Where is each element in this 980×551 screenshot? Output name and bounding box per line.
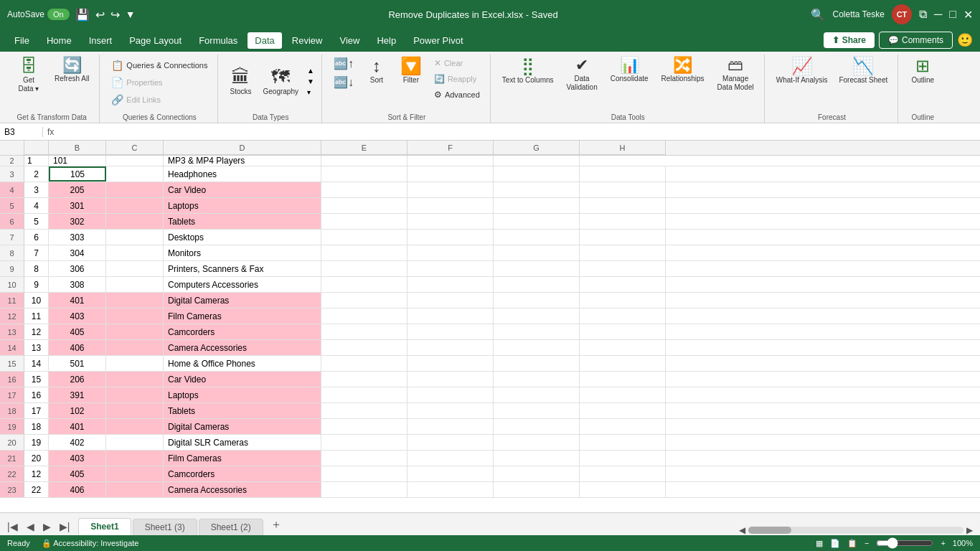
sheet-tab-2[interactable]: Sheet1 (3): [133, 519, 197, 535]
menu-home[interactable]: Home: [39, 32, 79, 49]
cell-col-a[interactable]: 11: [24, 309, 49, 324]
view-layout-icon[interactable]: 📄: [830, 539, 840, 548]
cell-col-b[interactable]: 406: [49, 482, 106, 497]
cell-col-e[interactable]: [321, 277, 407, 292]
cell-col-h[interactable]: [580, 340, 666, 355]
add-sheet-button[interactable]: ＋: [265, 514, 288, 535]
cell-col-f[interactable]: [407, 435, 494, 450]
cell-col-h[interactable]: [580, 230, 666, 245]
col-header-c[interactable]: C: [106, 141, 164, 155]
cell-col-e[interactable]: [321, 340, 407, 355]
menu-formulas[interactable]: Formulas: [192, 32, 245, 49]
cell-col-h[interactable]: [580, 166, 666, 182]
scroll-right-button[interactable]: ▶: [966, 525, 973, 535]
cell-col-c[interactable]: [106, 419, 164, 434]
cell-col-g[interactable]: [494, 387, 580, 402]
cell-col-c[interactable]: [106, 230, 164, 245]
cell-col-g[interactable]: [494, 372, 580, 387]
cell-col-e[interactable]: [321, 166, 407, 182]
cell-col-f[interactable]: [407, 403, 494, 418]
cell-col-c[interactable]: [106, 403, 164, 418]
col-header-h[interactable]: H: [580, 141, 666, 155]
cell-col-a[interactable]: 17: [24, 403, 49, 418]
cell-col-c[interactable]: [106, 198, 164, 213]
cell-col-f[interactable]: [407, 182, 494, 197]
cell-col-e[interactable]: [321, 293, 407, 308]
cell-col-d[interactable]: Digital Cameras: [164, 293, 321, 308]
restore-icon[interactable]: ⧉: [919, 8, 927, 21]
save-icon[interactable]: 💾: [75, 8, 90, 22]
cell-col-e[interactable]: [321, 261, 407, 276]
cell-col-g[interactable]: [494, 166, 580, 182]
cell-col-c[interactable]: [106, 435, 164, 450]
cell-col-f[interactable]: [407, 340, 494, 355]
cell-col-g[interactable]: [494, 435, 580, 450]
get-data-button[interactable]: 🗄 GetData ▾: [10, 55, 47, 96]
cell-2-d[interactable]: MP3 & MP4 Players: [164, 156, 321, 166]
sheet-nav-first[interactable]: |◀: [4, 518, 21, 535]
cell-col-f[interactable]: [407, 245, 494, 260]
col-header-b[interactable]: B: [49, 141, 106, 155]
cell-col-g[interactable]: [494, 182, 580, 197]
cell-col-d[interactable]: Camcorders: [164, 466, 321, 481]
search-icon[interactable]: 🔍: [811, 8, 825, 22]
cell-col-g[interactable]: [494, 198, 580, 213]
cell-col-d[interactable]: Car Video: [164, 182, 321, 197]
cell-col-g[interactable]: [494, 309, 580, 324]
menu-data[interactable]: Data: [248, 32, 281, 49]
cell-col-h[interactable]: [580, 482, 666, 497]
cell-col-g[interactable]: [494, 230, 580, 245]
cell-col-f[interactable]: [407, 451, 494, 466]
cell-col-a[interactable]: 7: [24, 245, 49, 260]
cell-col-d[interactable]: Home & Office Phones: [164, 356, 321, 371]
cell-col-e[interactable]: [321, 198, 407, 213]
cell-col-g[interactable]: [494, 340, 580, 355]
cell-col-b[interactable]: 401: [49, 419, 106, 434]
col-header-d[interactable]: D: [164, 141, 321, 155]
cell-col-d[interactable]: Computers Accessories: [164, 277, 321, 292]
cell-col-b[interactable]: 304: [49, 245, 106, 260]
cell-col-e[interactable]: [321, 482, 407, 497]
zoom-slider[interactable]: [876, 537, 933, 549]
close-icon[interactable]: ✕: [963, 8, 973, 22]
cell-col-f[interactable]: [407, 214, 494, 229]
cell-col-c[interactable]: [106, 245, 164, 260]
cell-col-b[interactable]: 406: [49, 340, 106, 355]
cell-col-g[interactable]: [494, 293, 580, 308]
cell-col-f[interactable]: [407, 230, 494, 245]
cell-col-g[interactable]: [494, 261, 580, 276]
cell-col-e[interactable]: [321, 309, 407, 324]
undo-icon[interactable]: ↩: [95, 8, 105, 22]
view-preview-icon[interactable]: 📋: [847, 539, 857, 548]
cell-col-f[interactable]: [407, 277, 494, 292]
menu-power-pivot[interactable]: Power Pivot: [406, 32, 470, 49]
cell-col-b[interactable]: 405: [49, 324, 106, 339]
cell-col-b[interactable]: 102: [49, 403, 106, 418]
cell-col-e[interactable]: [321, 387, 407, 402]
cell-col-f[interactable]: [407, 466, 494, 481]
cell-col-d[interactable]: Camcorders: [164, 324, 321, 339]
cell-col-b[interactable]: 105: [49, 166, 106, 182]
cell-col-g[interactable]: [494, 466, 580, 481]
cell-col-b[interactable]: 391: [49, 387, 106, 402]
cell-col-h[interactable]: [580, 182, 666, 197]
cell-col-b[interactable]: 306: [49, 261, 106, 276]
sort-button[interactable]: ↕ Sort: [361, 55, 392, 88]
menu-insert[interactable]: Insert: [82, 32, 120, 49]
cell-col-f[interactable]: [407, 293, 494, 308]
cell-col-e[interactable]: [321, 372, 407, 387]
cell-col-g[interactable]: [494, 324, 580, 339]
cell-col-g[interactable]: [494, 214, 580, 229]
cell-col-h[interactable]: [580, 324, 666, 339]
cell-col-b[interactable]: 205: [49, 182, 106, 197]
cell-2-b[interactable]: 101: [49, 156, 106, 166]
cell-col-b[interactable]: 501: [49, 356, 106, 371]
cell-col-b[interactable]: 302: [49, 214, 106, 229]
menu-review[interactable]: Review: [285, 32, 330, 49]
cell-col-c[interactable]: [106, 387, 164, 402]
what-if-button[interactable]: 📈 What-If Analysis: [772, 55, 832, 88]
cell-col-a[interactable]: 8: [24, 261, 49, 276]
cell-col-a[interactable]: 16: [24, 387, 49, 402]
cell-col-c[interactable]: [106, 214, 164, 229]
scrollbar-thumb[interactable]: [748, 527, 791, 534]
